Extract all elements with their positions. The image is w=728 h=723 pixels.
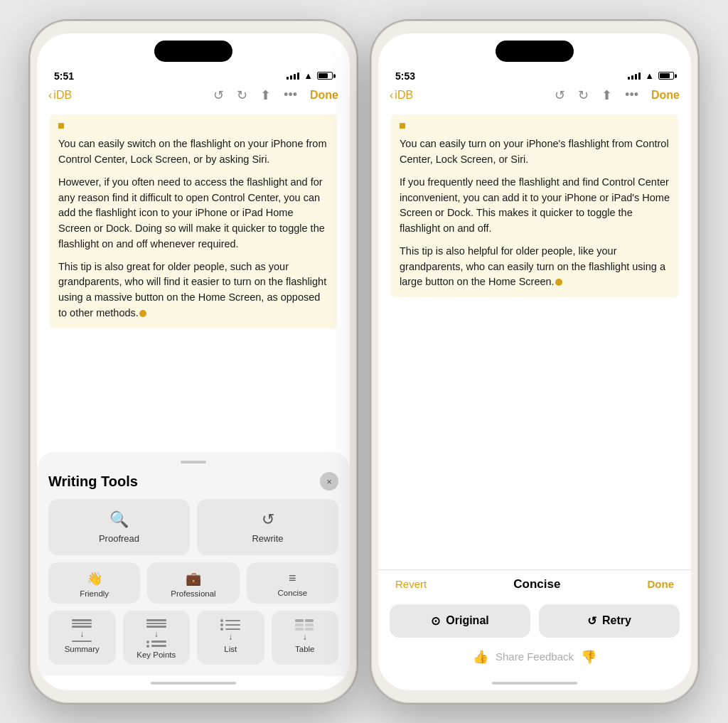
signal-icon: [287, 73, 299, 80]
back-button-right[interactable]: ‹ iDB: [390, 89, 413, 102]
share-icon-right[interactable]: ⬆: [601, 87, 612, 103]
done-button-right[interactable]: Done: [651, 89, 680, 102]
more-icon-right[interactable]: •••: [625, 87, 638, 102]
wifi-icon: ▲: [304, 70, 313, 81]
done-button-right2[interactable]: Done: [647, 578, 674, 590]
list-bl3: [225, 628, 240, 631]
rewrite-label: Rewrite: [252, 533, 283, 544]
back-label-right: iDB: [395, 89, 413, 102]
revert-bar: Revert Concise Done: [378, 569, 691, 599]
table-button[interactable]: ↓ Table: [272, 611, 339, 665]
thumbs-down-icon[interactable]: 👎: [581, 649, 596, 665]
kp-bullet2: [146, 645, 166, 648]
close-button[interactable]: ×: [320, 472, 338, 491]
summary-label: Summary: [65, 645, 100, 653]
bar1: [287, 77, 289, 80]
undo-icon[interactable]: ↺: [213, 87, 224, 103]
undo-icon-right[interactable]: ↺: [555, 87, 565, 103]
proofread-button[interactable]: 🔍 Proofread: [48, 499, 190, 555]
bar4: [297, 73, 299, 80]
feedback-label[interactable]: Share Feedback: [496, 650, 574, 663]
nav-actions-right: ↺ ↻ ⬆ ••• Done: [555, 87, 680, 103]
key-points-icon-area: ↓: [146, 619, 166, 648]
tone-tools-row: 👋 Friendly 💼 Professional ≡ Concise: [48, 562, 338, 604]
list-label: List: [224, 645, 237, 653]
rbar2: [631, 75, 633, 80]
action-buttons: ⊙ Original ↺ Retry: [378, 599, 691, 643]
paragraph-1-right: You can easily turn on your iPhone's fla…: [400, 136, 670, 168]
rewrite-button[interactable]: ↺ Rewrite: [197, 499, 338, 555]
revert-button[interactable]: Revert: [395, 578, 427, 590]
paragraph-3-right: This tip is also helpful for older peopl…: [400, 244, 670, 290]
list-button[interactable]: ↓ List: [197, 611, 264, 665]
nav-bar-right: ‹ iDB ↺ ↻ ⬆ ••• Done: [378, 85, 691, 109]
professional-label: Professional: [171, 589, 215, 598]
text-cursor-top: [58, 123, 64, 129]
proofread-label: Proofread: [99, 533, 139, 544]
kpline2: [146, 623, 166, 625]
friendly-button[interactable]: 👋 Friendly: [48, 562, 140, 604]
list-dot2: [220, 623, 223, 626]
panel-handle: [181, 461, 206, 464]
paragraph-2-left: However, if you often need to access the…: [58, 175, 328, 252]
retry-button[interactable]: ↺ Retry: [539, 604, 680, 638]
home-indicator-right: [492, 682, 577, 685]
redo-icon-right[interactable]: ↻: [578, 87, 589, 103]
kp-bullet1: [146, 641, 166, 643]
status-icons-right: ▲: [628, 70, 674, 81]
done-button-left[interactable]: Done: [310, 89, 338, 102]
thumbs-up-icon[interactable]: 👍: [473, 649, 488, 665]
list-bl2: [225, 624, 240, 626]
paragraph-3-left: This tip is also great for older people,…: [58, 259, 328, 321]
feedback-bar: 👍 Share Feedback 👎: [378, 643, 691, 676]
spacer-right: [378, 345, 691, 569]
close-icon: ×: [326, 476, 332, 487]
battery-icon-right: [658, 72, 674, 80]
concise-label: Concise: [278, 589, 308, 597]
list-bl1: [225, 620, 240, 622]
text-cursor-top-right: [400, 123, 405, 129]
summary-arrow-icon: ↓: [80, 629, 84, 639]
nav-bar-left: ‹ iDB ↺ ↻ ⬆ ••• Done: [37, 85, 350, 109]
bottom-bar-right: [378, 676, 691, 690]
more-icon[interactable]: •••: [284, 87, 297, 102]
tr1: [295, 623, 304, 626]
list-dot1: [220, 619, 223, 622]
tr2: [305, 623, 314, 626]
redo-icon[interactable]: ↻: [237, 87, 247, 103]
writing-tools-panel: Writing Tools × 🔍 Proofread ↺ Rewrite: [37, 452, 350, 676]
main-tools-grid: 🔍 Proofread ↺ Rewrite: [48, 499, 338, 555]
share-icon[interactable]: ⬆: [260, 87, 271, 103]
table-icon: [295, 619, 315, 631]
professional-icon: 💼: [186, 571, 201, 587]
bar3: [294, 74, 296, 80]
kpline3: [146, 626, 166, 628]
summary-button[interactable]: ↓ Summary: [48, 611, 116, 665]
kp-lines: [146, 619, 166, 628]
concise-button[interactable]: ≡ Concise: [247, 562, 338, 604]
list-icon-area: ↓: [220, 619, 240, 642]
paragraph-2-right: If you frequently need the flashlight an…: [400, 175, 670, 237]
content-area-right: You can easily turn on your iPhone's fla…: [378, 109, 691, 345]
cursor-dot-right: [555, 279, 562, 286]
proofread-icon: 🔍: [109, 510, 129, 529]
key-points-button[interactable]: ↓: [123, 611, 191, 665]
line3: [72, 626, 92, 628]
original-button[interactable]: ⊙ Original: [390, 604, 530, 638]
tc2: [305, 619, 314, 622]
bullet-dot2: [146, 645, 149, 648]
list-bullets: [220, 619, 240, 631]
battery-fill: [318, 73, 328, 78]
bullet-line2: [151, 645, 166, 647]
chevron-left-icon-right: ‹: [390, 89, 393, 102]
battery-fill-right: [660, 73, 670, 78]
back-button-left[interactable]: ‹ iDB: [48, 89, 72, 102]
table-icon-area: ↓: [295, 619, 315, 642]
back-label-left: iDB: [53, 89, 72, 102]
signal-icon-right: [628, 73, 641, 80]
professional-button[interactable]: 💼 Professional: [147, 562, 239, 604]
bullet-dot1: [146, 641, 149, 643]
bar2: [290, 75, 292, 80]
format-tools-row: ↓ Summary: [48, 611, 338, 665]
retry-icon: ↺: [587, 614, 596, 628]
